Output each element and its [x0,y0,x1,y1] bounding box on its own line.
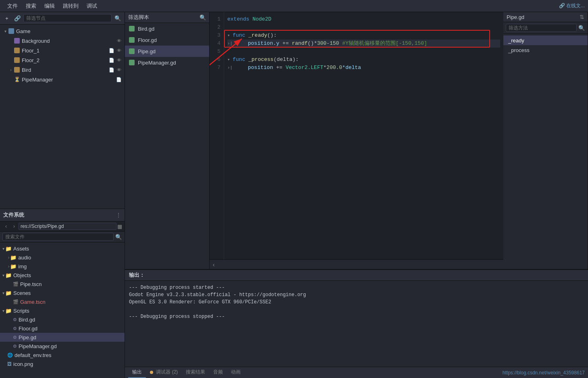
fs-header: 文件系统 ⋮ [0,209,125,221]
token-vector2: Vector2.LEFT [283,64,323,72]
tab-audio[interactable]: 音频 [209,367,227,378]
scene-toolbar: + 🔗 🔍 [0,12,125,25]
token-extends: extends [227,15,252,23]
fs-menu-button[interactable]: ⋮ [116,212,121,218]
method-sort-button[interactable]: ⇅ [580,14,584,20]
pipe-script-icon [129,48,135,54]
fs-item-icon-png[interactable]: 🖼 icon.png [0,359,125,368]
pipe-tscn-label: Pipe.tscn [20,281,42,287]
fs-item-objects[interactable]: ▾ 📁 Objects [0,271,125,280]
fs-search-button[interactable]: 🔍 [115,234,122,240]
pipemanager-gd-label: PipeManager.gd [19,343,57,349]
fs-item-pipe-tscn[interactable]: 🎬 Pipe.tscn [0,280,125,288]
token-delta: *delta [342,64,361,72]
fs-back-button[interactable]: ‹ [2,223,10,230]
left-panel: + 🔗 🔍 ▾ Game [0,12,125,378]
tree-item-game[interactable]: ▾ Game [0,26,125,36]
scripts-folder-icon: 📁 [5,308,12,314]
editor-area: 筛选脚本 🔍 Bird.gd Floor.gd Pipe.gd [125,12,588,269]
fs-item-default-env[interactable]: 🌐 default_env.tres [0,351,125,359]
code-line-7: ›| position += Vector2.LEFT*200.0*delta [227,64,500,72]
fs-item-pipemanager-gd[interactable]: ⚙ PipeManager.gd [0,342,125,351]
floor2-label: Floor_2 [22,57,108,63]
menu-edit[interactable]: 编辑 [40,1,59,11]
method-item-process[interactable]: _process [503,45,588,55]
img-label: img [18,263,27,269]
floor2-arrow [8,57,14,63]
menu-file[interactable]: 文件 [3,1,22,11]
fs-path-bar: ‹ › ▦ [0,221,125,232]
scene-search-input[interactable] [23,14,112,22]
tree-item-bird[interactable]: › Bird 📄 👁 [0,65,125,75]
link-node-button[interactable]: 🔗 [13,14,22,23]
bird-script-button[interactable]: 📄 [108,67,115,73]
script-item-bird[interactable]: Bird.gd [125,23,209,34]
scene-search-button[interactable]: 🔍 [113,14,122,23]
game-tscn-label: Game.tscn [20,299,46,305]
fs-path-input[interactable] [19,223,116,230]
tab-output[interactable]: 输出 [128,367,146,378]
fs-search-input[interactable] [2,233,114,241]
floor1-eye-button[interactable]: 👁 [116,47,122,54]
game-tscn-icon: 🎬 [13,299,19,305]
tree-item-pipemanager[interactable]: ⏳ PipeManager 📄 [0,75,125,84]
pipemanager-script-label: PipeManager.gd [138,60,176,66]
script-item-pipe[interactable]: Pipe.gd [125,46,209,57]
code-editor[interactable]: 1 2 3 4 5 6 7 extends Node2D [210,12,503,259]
menu-debug[interactable]: 调试 [83,1,101,11]
fs-item-game-tscn[interactable]: 🎬 Game.tscn [0,297,125,306]
method-filter-search-button[interactable]: 🔍 [578,25,585,31]
tree-item-floor2[interactable]: Floor_2 📄 👁 [0,55,125,65]
audio-label: audio [18,255,31,261]
menu-search[interactable]: 搜索 [22,1,40,11]
code-area: 1 2 3 4 5 6 7 extends Node2D [210,12,503,259]
fs-item-img[interactable]: › 📁 img [0,262,125,271]
script-item-floor[interactable]: Floor.gd [125,34,209,46]
fs-item-audio[interactable]: › 📁 audio [0,253,125,262]
bottom-right-link[interactable]: https://blog.csdn.net/weixin_43598617 [503,370,585,376]
online-link[interactable]: 🔗 在线文... [559,2,585,9]
bird-gd-label: Bird.gd [19,317,35,323]
tab-animation[interactable]: 动画 [227,367,245,378]
fs-item-bird-gd[interactable]: ⚙ Bird.gd [0,315,125,324]
token-pluseq-7: += [276,64,283,72]
floor1-script-button[interactable]: 📄 [108,47,115,54]
tab-debugger[interactable]: 调试器 (2) [146,367,182,378]
script-item-pipemanager[interactable]: PipeManager.gd [125,57,209,68]
fs-item-floor-gd[interactable]: ⚙ Floor.gd [0,324,125,333]
add-node-button[interactable]: + [2,14,11,23]
floor1-icon [14,47,20,54]
debugger-dot [150,371,153,374]
pipe-tscn-icon: 🎬 [13,282,19,287]
code-line-6: ▾ func _process(delta): [227,56,500,64]
fs-forward-button[interactable]: › [10,223,18,230]
scripts-folder-label: Scripts [13,308,29,314]
script-items: Bird.gd Floor.gd Pipe.gd PipeManager.gd [125,23,209,269]
fs-item-scenes[interactable]: ▾ 📁 Scenes [0,288,125,297]
collapse-left-button[interactable]: ‹ [213,261,215,268]
floor1-arrow [8,48,14,53]
fs-item-pipe-gd[interactable]: ⚙ Pipe.gd [0,333,125,342]
game-collapse-arrow: ▾ [2,28,8,34]
tree-item-floor1[interactable]: Floor_1 📄 👁 [0,46,125,55]
background-eye-button[interactable]: 👁 [116,38,122,44]
tab-search-results[interactable]: 搜索结果 [182,367,209,378]
pipemanager-script-button[interactable]: 📄 [116,76,122,83]
fs-path-layout-button[interactable]: ▦ [117,223,122,230]
token-node2d: Node2D [252,15,271,23]
bird-eye-button[interactable]: 👁 [116,67,122,73]
method-item-ready[interactable]: _ready [503,36,588,45]
fs-item-assets[interactable]: ▾ 📁 Assets [0,244,125,253]
menu-goto[interactable]: 跳转到 [59,1,83,11]
floor2-script-button[interactable]: 📄 [108,57,115,63]
output-line-1: --- Debugging process started --- [129,284,584,291]
pipe-script-label: Pipe.gd [138,48,156,54]
script-list-search-button[interactable]: 🔍 [199,14,206,21]
token-200: 200.0 [326,64,342,72]
assets-label: Assets [13,246,29,252]
fs-item-scripts-folder[interactable]: ▾ 📁 Scripts [0,306,125,315]
floor2-eye-button[interactable]: 👁 [116,57,122,63]
scenes-label: Scenes [13,290,31,296]
tree-item-background[interactable]: Background 👁 [0,36,125,46]
method-filter-input[interactable] [506,24,577,32]
